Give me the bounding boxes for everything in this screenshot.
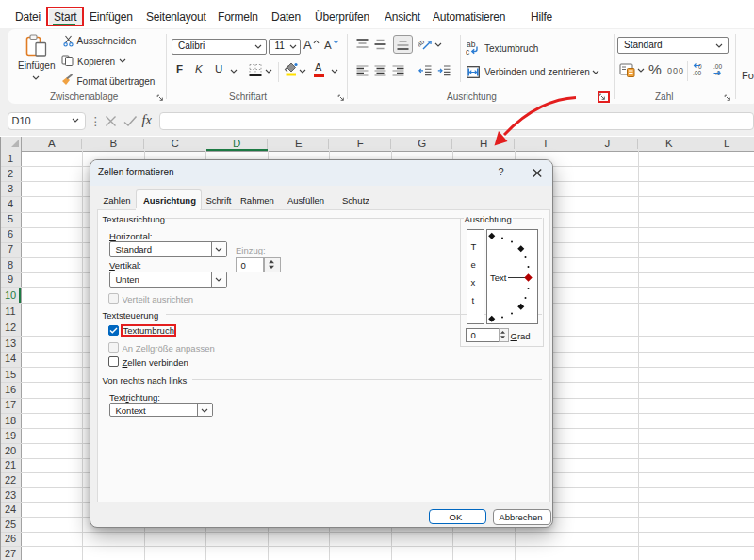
svg-text:Text: Text xyxy=(490,272,507,283)
svg-text:ab: ab xyxy=(418,38,425,47)
svg-text:0: 0 xyxy=(698,63,702,70)
svg-text:.00: .00 xyxy=(693,70,701,76)
svg-text:.00: .00 xyxy=(713,63,722,70)
